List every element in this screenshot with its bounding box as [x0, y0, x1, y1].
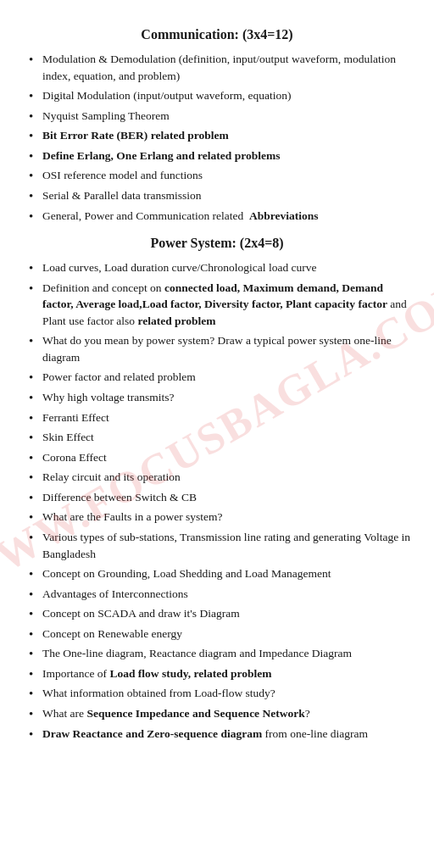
item-text: What information obtained from Load-flow… [42, 687, 275, 699]
item-text: Concept on Renewable energy [42, 627, 182, 640]
item-text: Ferranti Effect [42, 411, 109, 424]
list-item: Definition and concept on connected load… [27, 280, 415, 330]
communication-title: Communication: (3x4=12) [19, 27, 415, 42]
list-item: Skin Effect [27, 429, 415, 446]
list-item: Difference between Switch & CB [27, 489, 415, 506]
item-text: The One-line diagram, Reactance diagram … [42, 647, 352, 659]
list-item: Define Erlang, One Erlang and related pr… [27, 147, 415, 164]
power-system-title: Power System: (2x4=8) [19, 236, 415, 251]
item-text: Modulation & Demodulation (definition, i… [42, 53, 396, 82]
item-text: Why high voltage transmits? [42, 391, 175, 403]
list-item: Advantages of Interconnections [27, 586, 415, 603]
list-item: Digital Modulation (input/output wavefor… [27, 87, 415, 104]
item-text: Digital Modulation (input/output wavefor… [42, 89, 292, 102]
item-text: Bit Error Rate (BER) related problem [42, 129, 229, 142]
item-text: General, Power and Communication related… [42, 209, 319, 222]
list-item: Relay circuit and its operation [27, 469, 415, 486]
item-text: What are the Faults in a power system? [42, 510, 223, 523]
item-text: OSI reference model and functions [42, 169, 203, 181]
communication-list: Modulation & Demodulation (definition, i… [19, 51, 415, 224]
item-text: Advantages of Interconnections [42, 587, 188, 600]
list-item: Draw Reactance and Zero-sequence diagram… [27, 726, 415, 743]
list-item: Modulation & Demodulation (definition, i… [27, 51, 415, 84]
list-item: Concept on Grounding, Load Shedding and … [27, 565, 415, 582]
item-text: Concept on SCADA and draw it's Diagram [42, 607, 240, 620]
power-system-list: Load curves, Load duration curve/Chronol… [19, 259, 415, 742]
list-item: What do you mean by power system? Draw a… [27, 332, 415, 365]
item-text: Draw Reactance and Zero-sequence diagram… [42, 727, 368, 740]
list-item: Why high voltage transmits? [27, 389, 415, 406]
item-text: Skin Effect [42, 431, 94, 443]
item-text: What do you mean by power system? Draw a… [42, 334, 392, 364]
power-system-section: Power System: (2x4=8) Load curves, Load … [19, 236, 415, 742]
item-text: Power factor and related problem [42, 370, 196, 383]
list-item: Nyquist Sampling Theorem [27, 108, 415, 125]
list-item: OSI reference model and functions [27, 167, 415, 184]
list-item: What information obtained from Load-flow… [27, 685, 415, 702]
list-item: What are Sequence Impedance and Sequence… [27, 705, 415, 722]
list-item: Concept on SCADA and draw it's Diagram [27, 605, 415, 622]
item-text: Serial & Parallel data transmission [42, 189, 201, 202]
item-text: Define Erlang, One Erlang and related pr… [42, 149, 280, 162]
list-item: Power factor and related problem [27, 369, 415, 386]
item-text: Importance of Load flow study, related p… [42, 667, 272, 680]
list-item: Ferranti Effect [27, 409, 415, 426]
list-item: Concept on Renewable energy [27, 626, 415, 643]
item-text: Various types of sub-stations, Transmiss… [42, 531, 410, 560]
item-text: Load curves, Load duration curve/Chronol… [42, 261, 317, 274]
list-item: Importance of Load flow study, related p… [27, 665, 415, 682]
list-item: Various types of sub-stations, Transmiss… [27, 529, 415, 562]
list-item: General, Power and Communication related… [27, 208, 415, 225]
list-item: Corona Effect [27, 449, 415, 466]
item-text: What are Sequence Impedance and Sequence… [42, 707, 310, 720]
list-item: The One-line diagram, Reactance diagram … [27, 645, 415, 662]
list-item: Serial & Parallel data transmission [27, 187, 415, 204]
list-item: What are the Faults in a power system? [27, 509, 415, 526]
item-text: Relay circuit and its operation [42, 470, 181, 483]
item-text: Concept on Grounding, Load Shedding and … [42, 567, 331, 580]
communication-section: Communication: (3x4=12) Modulation & Dem… [19, 27, 415, 224]
item-text: Difference between Switch & CB [42, 491, 197, 504]
list-item: Load curves, Load duration curve/Chronol… [27, 259, 415, 276]
item-text: Definition and concept on connected load… [42, 281, 407, 327]
list-item: Bit Error Rate (BER) related problem [27, 127, 415, 144]
item-text: Corona Effect [42, 451, 107, 464]
item-text: Nyquist Sampling Theorem [42, 109, 170, 122]
